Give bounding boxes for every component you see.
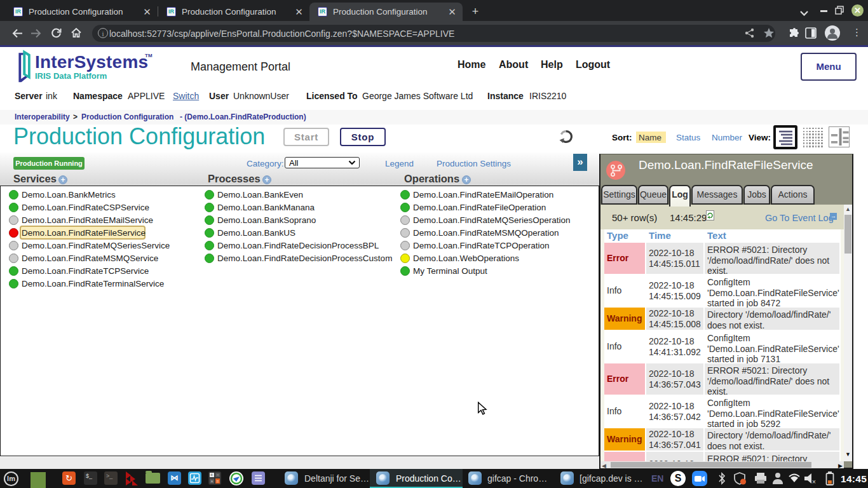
svg-text:InterSystems: InterSystems (35, 52, 148, 72)
svg-text:TM: TM (145, 53, 153, 58)
svg-text:=: = (217, 479, 219, 484)
svg-text:×: × (812, 478, 816, 485)
svg-text:×: × (211, 479, 214, 484)
svg-text:−: − (217, 473, 219, 477)
svg-text:IRIS Data Platform: IRIS Data Platform (35, 71, 107, 81)
svg-text:+: + (210, 473, 213, 477)
